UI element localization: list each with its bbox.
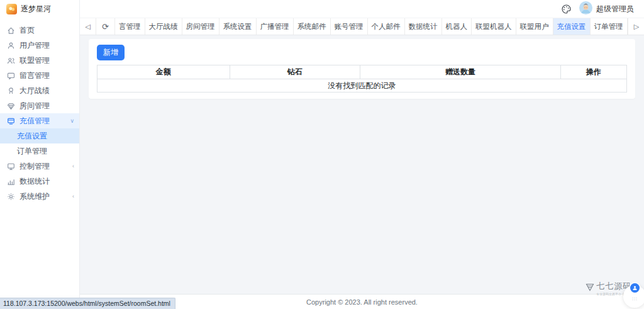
sidebar-item-label: 控制管理 — [19, 161, 50, 172]
home-icon — [6, 26, 15, 35]
admin-app: 逐梦星河 首页 用户管理 联盟管理 — [0, 0, 644, 309]
tab-message-mgmt[interactable]: 言管理 — [115, 18, 145, 35]
tab-data-statistics[interactable]: 数据统计 — [405, 18, 442, 35]
user-icon — [6, 41, 15, 50]
sidebar-item-label: 充值设置 — [17, 131, 47, 142]
message-icon — [6, 71, 15, 80]
brand-name: 逐梦星河 — [21, 4, 51, 14]
username-label: 超级管理员 — [596, 4, 634, 14]
medal-icon — [6, 86, 15, 95]
tab-system-settings[interactable]: 系统设置 — [219, 18, 257, 35]
tab-alliance-users[interactable]: 联盟用户 — [516, 18, 553, 35]
sidebar-item-orders[interactable]: 订单管理 — [0, 143, 79, 159]
control-panel-icon — [6, 162, 15, 171]
table-header-row: 金额 钻石 赠送数量 操作 — [97, 65, 627, 79]
tabs-forward-button[interactable]: ▷ — [628, 18, 644, 35]
column-header-actions: 操作 — [560, 65, 626, 79]
drag-handle-dots-icon — [632, 297, 638, 301]
tab-room-mgmt[interactable]: 房间管理 — [182, 18, 219, 35]
sidebar-item-rooms[interactable]: 房间管理 — [0, 98, 79, 113]
bar-chart-icon — [6, 177, 15, 186]
users-group-icon — [6, 56, 15, 65]
column-header-diamond: 钻石 — [230, 65, 360, 79]
tab-robots[interactable]: 机器人 — [442, 18, 472, 35]
sidebar-item-label: 大厅战绩 — [19, 86, 50, 96]
sidebar: 逐梦星河 首页 用户管理 联盟管理 — [0, 0, 80, 309]
page-content: 新增 金额 钻石 赠送数量 操作 没有找到匹配的记录 — [80, 35, 644, 294]
sidebar-item-label: 首页 — [19, 25, 35, 36]
sidebar-item-recharge-settings[interactable]: 充值设置 — [0, 128, 79, 143]
main-column: 超级管理员 ◁ ⟳ 言管理 大厅战绩 房间管理 系统设置 广播管理 系统邮件 账… — [80, 0, 644, 309]
column-header-amount: 金额 — [97, 65, 230, 79]
sidebar-item-label: 系统维护 — [19, 191, 50, 202]
sidebar-item-label: 联盟管理 — [19, 55, 50, 66]
browser-status-url: 118.107.3.173:15200/webs/html/systemSet/… — [0, 298, 175, 309]
user-menu[interactable]: 超级管理员 — [579, 1, 634, 17]
sidebar-item-messages[interactable]: 留言管理 — [0, 68, 79, 83]
sidebar-item-maintenance[interactable]: 系统维护 ‹ — [0, 189, 79, 204]
sidebar-menu: 首页 用户管理 联盟管理 留言管理 — [0, 18, 79, 204]
tab-broadcast-mgmt[interactable]: 广播管理 — [257, 18, 294, 35]
theme-palette-icon[interactable] — [561, 4, 572, 14]
sidebar-item-label: 留言管理 — [19, 70, 50, 81]
assistant-badge-icon[interactable] — [630, 283, 640, 293]
tab-personal-mail[interactable]: 个人邮件 — [368, 18, 405, 35]
sidebar-item-label: 用户管理 — [19, 40, 50, 51]
tab-order-mgmt[interactable]: 订单管理 — [591, 18, 628, 35]
tabs-refresh-button[interactable]: ⟳ — [96, 18, 115, 35]
recharge-settings-card: 新增 金额 钻石 赠送数量 操作 没有找到匹配的记录 — [89, 39, 635, 99]
recharge-table: 金额 钻石 赠送数量 操作 没有找到匹配的记录 — [97, 65, 627, 93]
chevron-down-icon: ∨ — [70, 118, 74, 124]
watermark-triangle-icon — [586, 283, 594, 294]
add-button[interactable]: 新增 — [97, 45, 125, 60]
tab-account-mgmt[interactable]: 账号管理 — [331, 18, 368, 35]
brand[interactable]: 逐梦星河 — [0, 0, 79, 18]
floating-assistant-button[interactable] — [623, 285, 644, 308]
tabbar-controls: ▷ ▽ — [628, 18, 644, 35]
tab-recharge-settings[interactable]: 充值设置 — [553, 18, 591, 35]
gem-icon — [6, 101, 15, 110]
sidebar-item-label: 数据统计 — [19, 176, 50, 187]
topbar: 超级管理员 — [80, 0, 644, 18]
chevron-collapsed-icon: ‹ — [72, 163, 74, 169]
sidebar-item-home[interactable]: 首页 — [0, 23, 79, 38]
sidebar-item-hall-records[interactable]: 大厅战绩 — [0, 83, 79, 98]
copyright-text: Copyright © 2023. All right reserved. — [306, 298, 418, 306]
sidebar-item-recharge[interactable]: 充值管理 ∨ — [0, 113, 79, 128]
column-header-gift-qty: 赠送数量 — [360, 65, 560, 79]
chevron-collapsed-icon: ‹ — [72, 193, 74, 199]
recharge-card-icon — [6, 116, 15, 125]
tabbar: ◁ ⟳ 言管理 大厅战绩 房间管理 系统设置 广播管理 系统邮件 账号管理 个人… — [80, 18, 644, 35]
gear-icon — [6, 192, 15, 201]
sidebar-item-users[interactable]: 用户管理 — [0, 38, 79, 53]
sidebar-item-statistics[interactable]: 数据统计 — [0, 174, 79, 189]
sidebar-item-label: 房间管理 — [19, 101, 50, 111]
tab-hall-records[interactable]: 大厅战绩 — [145, 18, 182, 35]
sidebar-item-label: 充值管理 — [19, 116, 50, 126]
user-avatar — [579, 1, 592, 17]
tab-system-mail[interactable]: 系统邮件 — [294, 18, 331, 35]
sidebar-item-label: 订单管理 — [17, 146, 47, 157]
sidebar-item-control[interactable]: 控制管理 ‹ — [0, 159, 79, 174]
app-logo-icon — [6, 4, 17, 14]
sidebar-item-alliance[interactable]: 联盟管理 — [0, 53, 79, 68]
tab-alliance-robots[interactable]: 联盟机器人 — [472, 18, 516, 35]
empty-state-text: 没有找到匹配的记录 — [97, 79, 627, 93]
tabs-back-button[interactable]: ◁ — [80, 18, 96, 35]
table-empty-row: 没有找到匹配的记录 — [97, 79, 627, 93]
